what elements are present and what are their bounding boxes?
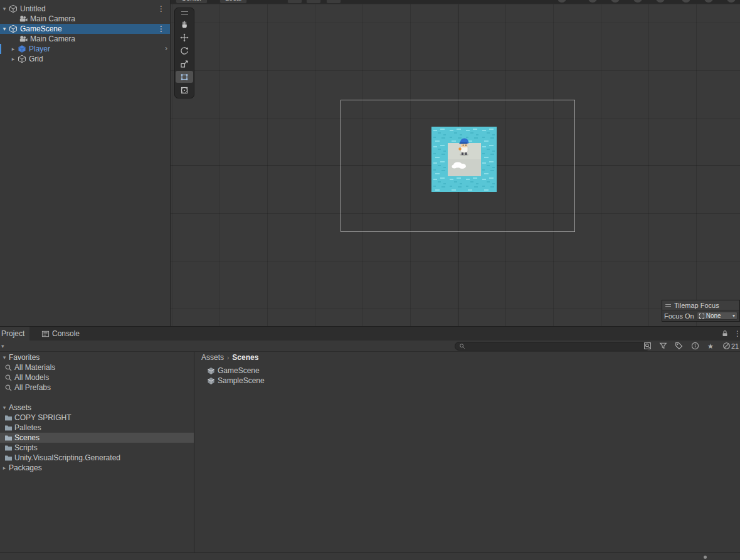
hidden-count-toggle[interactable]: 21 xyxy=(722,342,739,350)
tree-header-favorites[interactable]: ▾ Favorites xyxy=(0,352,194,362)
project-toolbar: ▾ ★ 21 xyxy=(0,341,740,352)
expand-triangle-icon[interactable]: ▸ xyxy=(9,44,18,54)
breadcrumb: Assets › Scenes xyxy=(195,352,740,363)
tree-header-assets[interactable]: ▾ Assets xyxy=(0,403,194,413)
move-tool-button[interactable] xyxy=(176,31,193,43)
search-icon xyxy=(459,343,465,349)
create-menu-chevron-icon[interactable]: ▾ xyxy=(1,341,4,351)
increment-snap-button[interactable] xyxy=(306,0,321,4)
overlay-drag-handle-icon[interactable] xyxy=(181,11,188,15)
lock-icon[interactable] xyxy=(721,330,729,337)
project-panel: Project Console ⋮ ▾ xyxy=(0,326,740,560)
console-icon xyxy=(41,330,50,338)
expand-triangle-icon[interactable]: ▸ xyxy=(9,54,18,64)
scene-view-option-icon[interactable] xyxy=(610,0,620,3)
tree-item-all-materials[interactable]: All Materials xyxy=(0,362,194,372)
tree-header-packages[interactable]: ▸ Packages xyxy=(0,463,194,473)
asset-item-samplescene[interactable]: SampleScene xyxy=(195,376,740,386)
tree-item-copy-spright[interactable]: COPY SPRIGHT xyxy=(0,413,194,423)
expand-triangle-icon[interactable]: ▾ xyxy=(1,354,8,361)
rotate-tool-button[interactable] xyxy=(176,45,193,56)
tree-item-all-prefabs[interactable]: All Prefabs xyxy=(0,383,194,393)
folder-icon xyxy=(4,434,13,442)
expand-triangle-icon[interactable]: ▸ xyxy=(1,465,8,471)
rect-tool-button[interactable] xyxy=(176,71,193,83)
hierarchy-row-main-camera-2[interactable]: Main Camera xyxy=(0,34,170,44)
saved-search-icon xyxy=(4,364,13,372)
tilemap-focus-overlay: Tilemap Focus Focus On None ▾ xyxy=(662,300,740,322)
snap-settings-button[interactable] xyxy=(326,0,341,4)
grid-snap-button[interactable] xyxy=(287,0,302,4)
tree-item-label: Unity.VisualScripting.Generated xyxy=(0,453,120,462)
status-bar xyxy=(0,552,740,560)
kebab-menu-icon[interactable]: ⋮ xyxy=(157,24,165,34)
tilemap-sprite[interactable] xyxy=(431,127,497,192)
scale-icon xyxy=(180,60,189,68)
view-hand-tool-button[interactable] xyxy=(176,18,193,30)
tree-item-visualscripting-generated[interactable]: Unity.VisualScripting.Generated xyxy=(0,453,194,463)
project-folder-tree: ▾ Favorites All Materials All Models xyxy=(0,352,194,552)
prefab-open-arrow-icon[interactable]: › xyxy=(165,44,167,53)
tab-console[interactable]: Console xyxy=(36,327,85,341)
scene-tools-overlay xyxy=(174,8,194,98)
filter-by-type-icon[interactable] xyxy=(659,342,668,351)
pivot-mode-button[interactable]: Center xyxy=(176,0,208,4)
move-icon xyxy=(180,33,189,42)
status-indicator-dot xyxy=(704,556,707,559)
tab-project-label: Project xyxy=(1,327,24,341)
focus-on-dropdown[interactable]: None ▾ xyxy=(697,312,737,320)
breadcrumb-current[interactable]: Scenes xyxy=(232,353,258,362)
hierarchy-row-main-camera[interactable]: Main Camera xyxy=(0,14,170,24)
scale-tool-button[interactable] xyxy=(176,58,193,70)
project-search-field[interactable] xyxy=(455,342,650,351)
kebab-menu-icon[interactable]: ⋮ xyxy=(157,4,165,14)
tree-item-all-models[interactable]: All Models xyxy=(0,372,194,383)
tree-item-palletes[interactable]: Palletes xyxy=(0,423,194,433)
hand-icon xyxy=(180,20,189,29)
tree-item-scripts[interactable]: Scripts xyxy=(0,443,194,453)
breadcrumb-root[interactable]: Assets xyxy=(201,353,224,362)
scene-view[interactable]: Tilemap Focus Focus On None ▾ xyxy=(171,4,740,326)
favorite-search-star-icon[interactable]: ★ xyxy=(707,342,716,351)
saved-search-icon xyxy=(4,374,13,382)
camera-icon xyxy=(19,14,28,23)
scene-view-option-icon[interactable] xyxy=(588,0,598,3)
unity-editor: ▾ Untitled ⋮ Main Camera ▾ GameScene ⋮ xyxy=(0,0,740,560)
asset-item-gamescene[interactable]: GameScene xyxy=(195,366,740,376)
prefab-indicator-bar xyxy=(0,44,1,54)
expand-triangle-icon[interactable]: ▾ xyxy=(0,4,9,14)
hierarchy-row-gamescene[interactable]: ▾ GameScene ⋮ xyxy=(0,24,170,34)
scene-view-option-icon[interactable] xyxy=(704,0,714,3)
scene-view-option-icon[interactable] xyxy=(655,0,665,3)
filter-by-label-icon[interactable] xyxy=(675,342,684,351)
panel-kebab-menu-icon[interactable]: ⋮ xyxy=(734,327,740,341)
scene-toolbar-strip: Center Local xyxy=(171,0,740,4)
info-icon[interactable] xyxy=(691,342,700,351)
camera-icon xyxy=(19,34,28,43)
unity-scene-asset-icon xyxy=(207,377,215,385)
project-content: Assets › Scenes GameScene SampleScene xyxy=(195,352,740,552)
overlay-drag-handle-icon[interactable] xyxy=(665,304,671,307)
scene-view-option-icon[interactable] xyxy=(681,0,691,3)
scene-view-option-icon[interactable] xyxy=(726,0,736,3)
expand-triangle-icon[interactable]: ▾ xyxy=(0,24,9,34)
hierarchy-row-untitled-scene[interactable]: ▾ Untitled ⋮ xyxy=(0,4,170,14)
scene-view-option-icon[interactable] xyxy=(557,0,567,3)
tree-item-scenes[interactable]: Scenes xyxy=(0,433,194,443)
expand-triangle-icon[interactable]: ▾ xyxy=(1,404,8,411)
scene-view-option-icon[interactable] xyxy=(633,0,643,3)
hierarchy-row-grid[interactable]: ▸ Grid xyxy=(0,54,170,64)
tilemap-focus-header[interactable]: Tilemap Focus xyxy=(662,300,739,310)
folder-icon xyxy=(4,454,13,462)
gameobject-name: Grid xyxy=(29,55,43,63)
hierarchy-row-player[interactable]: ▸ Player › xyxy=(0,44,170,54)
search-in-window-icon[interactable] xyxy=(643,342,652,351)
unity-scene-asset-icon xyxy=(207,367,215,375)
tab-project[interactable]: Project xyxy=(0,327,29,341)
orientation-mode-button[interactable]: Local xyxy=(219,0,247,4)
tilemap-focus-title: Tilemap Focus xyxy=(674,302,719,309)
folder-icon xyxy=(4,444,13,452)
transform-tool-button[interactable] xyxy=(176,84,193,96)
project-search-input[interactable] xyxy=(468,342,646,350)
scene-name: GameScene xyxy=(20,24,62,33)
